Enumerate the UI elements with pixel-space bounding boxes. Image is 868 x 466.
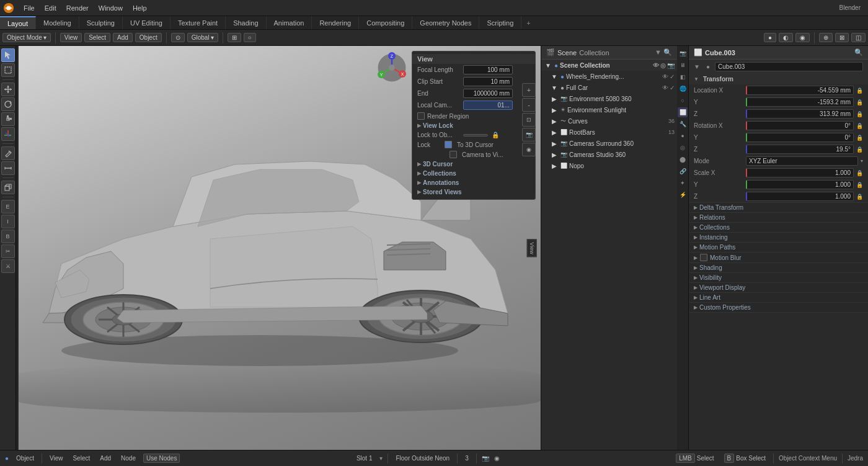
menu-file[interactable]: File <box>19 3 40 13</box>
location-x-value[interactable]: -54.559 mm <box>746 86 854 95</box>
add-menu-bottom[interactable]: Add <box>97 455 113 462</box>
zoom-fit-btn[interactable]: ⊡ <box>522 113 536 127</box>
tab-modeling[interactable]: Modeling <box>36 16 79 29</box>
tool-extrude[interactable]: E <box>1 200 15 213</box>
instancing-section[interactable]: Instancing <box>689 233 868 243</box>
scene-item-wheels[interactable]: ▼ ● Wheels_Rendering... 👁 ✓ <box>541 71 677 82</box>
use-nodes-key[interactable]: Use Nodes <box>143 454 180 463</box>
slot-indicator[interactable]: Slot 1 <box>354 455 375 462</box>
rotation-z-value[interactable]: 19.5° <box>746 145 854 154</box>
scene-item-sunlight[interactable]: ▶ ☀ Environment Sunlight <box>541 104 677 115</box>
scene-item-cameras-studio[interactable]: ▶ 📷 Cameras Studio 360 <box>541 149 677 160</box>
transform-pivot[interactable]: ⊙ <box>171 33 185 42</box>
relations-section[interactable]: Relations <box>689 213 868 223</box>
rotation-y-lock[interactable]: 🔒 <box>856 135 863 141</box>
object-data-name[interactable]: Cube.003 <box>715 62 863 71</box>
rotation-y-value[interactable]: 0° <box>746 133 854 142</box>
snap-toggle[interactable]: ⊞ <box>228 33 241 42</box>
scale-z-lock[interactable]: 🔒 <box>856 194 863 200</box>
view-menu[interactable]: View <box>60 33 82 42</box>
prop-icon-data[interactable]: ◎ <box>678 143 688 153</box>
tool-add-cube[interactable] <box>1 181 15 194</box>
menu-window[interactable]: Window <box>94 3 128 13</box>
viewport-shading-rendered[interactable]: ◉ <box>795 33 810 42</box>
tool-cursor[interactable] <box>1 48 15 62</box>
scene-item-nopo[interactable]: ▶ ⬜ Nopo <box>541 160 677 171</box>
tool-measure[interactable] <box>1 161 15 175</box>
scale-x-value[interactable]: 1.000 <box>746 168 854 177</box>
view-lock-section[interactable]: View Lock <box>412 121 535 130</box>
tab-shading[interactable]: Shading <box>226 16 266 29</box>
menu-help[interactable]: Help <box>128 3 152 13</box>
object-mode-indicator[interactable]: ● <box>5 455 9 462</box>
render-view-btn[interactable]: ◉ <box>522 143 536 156</box>
scene-search-icon[interactable]: 🔍 <box>663 48 672 56</box>
object-menu[interactable]: Object <box>135 33 162 42</box>
frame-number[interactable]: 3 <box>463 455 471 462</box>
tool-bevel[interactable]: B <box>1 230 15 243</box>
scale-y-value[interactable]: 1.000 <box>746 180 854 189</box>
viewport-display-section[interactable]: Viewport Display <box>689 283 868 293</box>
focal-length-value[interactable]: 100 mm <box>463 65 513 74</box>
prop-icon-scene[interactable]: 🌐 <box>678 84 688 94</box>
full-car-eye[interactable]: 👁 <box>662 84 668 91</box>
viewport-3d[interactable]: Z X Y View Focal Length 100 mm Clip Star… <box>16 46 541 450</box>
scene-filter-icon[interactable]: ▼ <box>655 48 662 56</box>
sc-eye[interactable]: 👁 <box>653 62 659 69</box>
scale-y-lock[interactable]: 🔒 <box>856 182 863 188</box>
rotation-x-value[interactable]: 0° <box>746 121 854 130</box>
3d-cursor-section[interactable]: 3D Cursor <box>412 159 535 169</box>
location-y-value[interactable]: -1593.2 mm <box>746 97 854 107</box>
full-car-check[interactable]: ✓ <box>670 84 675 91</box>
xray-toggle[interactable]: ◫ <box>851 33 866 42</box>
collections-section[interactable]: Collections <box>689 223 868 233</box>
wheels-check[interactable]: ✓ <box>670 73 675 80</box>
prop-icon-modifier[interactable]: 🔧 <box>678 119 688 129</box>
visibility-section[interactable]: Visibility <box>689 273 868 283</box>
lock-checkbox-1[interactable] <box>445 141 452 148</box>
custom-properties-section[interactable]: Custom Properties <box>689 303 868 313</box>
motion-paths-section[interactable]: Motion Paths <box>689 243 868 253</box>
viewport-shading-solid[interactable]: ● <box>764 33 776 42</box>
location-y-lock[interactable]: 🔒 <box>856 99 863 105</box>
tab-animation[interactable]: Animation <box>267 16 312 29</box>
object-name-display[interactable]: Cube.003 <box>705 49 735 56</box>
tab-compositing[interactable]: Compositing <box>359 16 412 29</box>
annotations-section[interactable]: Annotations <box>412 178 535 187</box>
tab-scripting[interactable]: Scripting <box>479 16 521 29</box>
tool-annotate[interactable] <box>1 146 15 160</box>
scene-item-rootbars[interactable]: ▶ ⬜ RootBars 13 <box>541 127 677 138</box>
shading-section[interactable]: Shading <box>689 263 868 273</box>
render-region-checkbox[interactable] <box>417 112 425 120</box>
tool-inset[interactable]: I <box>1 215 15 228</box>
motion-blur-section[interactable]: Motion Blur <box>689 253 868 263</box>
local-cam-value[interactable]: 01... <box>463 101 513 110</box>
prop-icon-material[interactable]: ⬤ <box>678 155 688 164</box>
transform-space[interactable]: Global ▾ <box>187 33 218 42</box>
zoom-out-btn[interactable]: - <box>522 98 536 112</box>
location-z-value[interactable]: 313.92 mm <box>746 109 854 119</box>
sc-render[interactable]: 📷 <box>667 62 675 69</box>
delta-transform-section[interactable]: Delta Transform <box>689 203 868 213</box>
prop-icon-particles[interactable]: ✦ <box>678 178 688 188</box>
stored-views-section[interactable]: Stored Views <box>412 187 535 197</box>
scene-item-curves[interactable]: ▶ 〜 Curves 36 <box>541 115 677 127</box>
prop-icon-output[interactable]: 🖥 <box>678 60 688 70</box>
collections-section[interactable]: Collections <box>412 169 535 178</box>
tool-move[interactable] <box>1 83 15 96</box>
proportional-edit[interactable]: ○ <box>244 33 256 42</box>
tool-scale[interactable] <box>1 112 15 126</box>
select-menu[interactable]: Select <box>84 33 110 42</box>
camera-to-vi-checkbox[interactable] <box>450 151 457 158</box>
tool-loop-cut[interactable]: ✂ <box>1 244 15 258</box>
camera-perspective-btn[interactable]: 📷 <box>522 128 536 141</box>
transform-header[interactable]: ▼ Transform <box>689 74 868 84</box>
lock-to-ob-value[interactable] <box>463 134 488 137</box>
tab-uv-editing[interactable]: UV Editing <box>123 16 170 29</box>
object-context-menu-btn[interactable]: Object Context Menu <box>779 455 837 462</box>
viewport-shading-material[interactable]: ◐ <box>779 33 793 42</box>
tool-select-box[interactable] <box>1 63 15 77</box>
tab-add[interactable]: + <box>521 18 535 28</box>
navigation-gizmo[interactable]: Z X Y <box>376 52 407 83</box>
prop-icon-constraint[interactable]: 🔗 <box>678 166 688 176</box>
